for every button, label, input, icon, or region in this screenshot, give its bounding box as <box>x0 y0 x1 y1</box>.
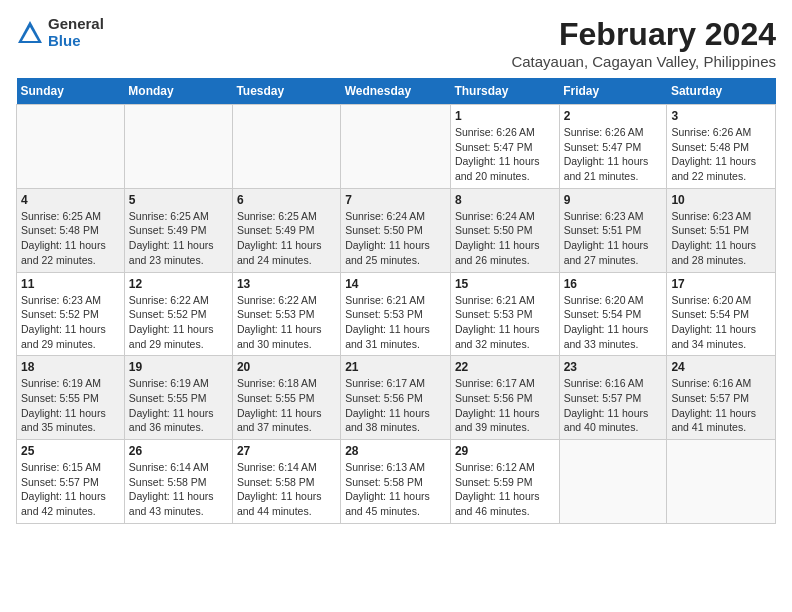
day-info: Sunrise: 6:13 AM Sunset: 5:58 PM Dayligh… <box>345 460 446 519</box>
calendar-cell: 8Sunrise: 6:24 AM Sunset: 5:50 PM Daylig… <box>450 188 559 272</box>
day-info: Sunrise: 6:16 AM Sunset: 5:57 PM Dayligh… <box>671 376 771 435</box>
day-number: 2 <box>564 109 663 123</box>
day-info: Sunrise: 6:26 AM Sunset: 5:48 PM Dayligh… <box>671 125 771 184</box>
calendar-cell <box>232 105 340 189</box>
day-number: 8 <box>455 193 555 207</box>
calendar-cell <box>17 105 125 189</box>
day-info: Sunrise: 6:14 AM Sunset: 5:58 PM Dayligh… <box>129 460 228 519</box>
calendar-cell: 19Sunrise: 6:19 AM Sunset: 5:55 PM Dayli… <box>124 356 232 440</box>
day-info: Sunrise: 6:25 AM Sunset: 5:48 PM Dayligh… <box>21 209 120 268</box>
day-number: 22 <box>455 360 555 374</box>
calendar-cell <box>124 105 232 189</box>
calendar-cell: 29Sunrise: 6:12 AM Sunset: 5:59 PM Dayli… <box>450 440 559 524</box>
day-number: 11 <box>21 277 120 291</box>
calendar-cell: 1Sunrise: 6:26 AM Sunset: 5:47 PM Daylig… <box>450 105 559 189</box>
main-title: February 2024 <box>511 16 776 53</box>
logo: General Blue <box>16 16 104 49</box>
day-number: 16 <box>564 277 663 291</box>
calendar-cell: 18Sunrise: 6:19 AM Sunset: 5:55 PM Dayli… <box>17 356 125 440</box>
logo-general-text: General <box>48 16 104 33</box>
logo-blue-text: Blue <box>48 33 104 50</box>
day-header-saturday: Saturday <box>667 78 776 105</box>
calendar-cell: 4Sunrise: 6:25 AM Sunset: 5:48 PM Daylig… <box>17 188 125 272</box>
day-number: 6 <box>237 193 336 207</box>
day-info: Sunrise: 6:26 AM Sunset: 5:47 PM Dayligh… <box>455 125 555 184</box>
calendar-cell <box>559 440 667 524</box>
day-info: Sunrise: 6:26 AM Sunset: 5:47 PM Dayligh… <box>564 125 663 184</box>
day-info: Sunrise: 6:19 AM Sunset: 5:55 PM Dayligh… <box>21 376 120 435</box>
day-number: 25 <box>21 444 120 458</box>
calendar-cell: 12Sunrise: 6:22 AM Sunset: 5:52 PM Dayli… <box>124 272 232 356</box>
calendar-cell: 11Sunrise: 6:23 AM Sunset: 5:52 PM Dayli… <box>17 272 125 356</box>
calendar-cell <box>341 105 451 189</box>
day-info: Sunrise: 6:16 AM Sunset: 5:57 PM Dayligh… <box>564 376 663 435</box>
day-number: 10 <box>671 193 771 207</box>
week-row-2: 4Sunrise: 6:25 AM Sunset: 5:48 PM Daylig… <box>17 188 776 272</box>
day-header-monday: Monday <box>124 78 232 105</box>
day-info: Sunrise: 6:23 AM Sunset: 5:51 PM Dayligh… <box>671 209 771 268</box>
logo-icon <box>16 19 44 47</box>
header: General Blue February 2024 Catayauan, Ca… <box>16 16 776 70</box>
calendar-cell: 14Sunrise: 6:21 AM Sunset: 5:53 PM Dayli… <box>341 272 451 356</box>
day-info: Sunrise: 6:25 AM Sunset: 5:49 PM Dayligh… <box>129 209 228 268</box>
day-info: Sunrise: 6:15 AM Sunset: 5:57 PM Dayligh… <box>21 460 120 519</box>
day-number: 5 <box>129 193 228 207</box>
week-row-5: 25Sunrise: 6:15 AM Sunset: 5:57 PM Dayli… <box>17 440 776 524</box>
day-number: 15 <box>455 277 555 291</box>
calendar-cell: 3Sunrise: 6:26 AM Sunset: 5:48 PM Daylig… <box>667 105 776 189</box>
day-number: 18 <box>21 360 120 374</box>
calendar-cell: 5Sunrise: 6:25 AM Sunset: 5:49 PM Daylig… <box>124 188 232 272</box>
calendar-cell: 10Sunrise: 6:23 AM Sunset: 5:51 PM Dayli… <box>667 188 776 272</box>
day-number: 7 <box>345 193 446 207</box>
calendar-cell <box>667 440 776 524</box>
day-number: 20 <box>237 360 336 374</box>
day-number: 1 <box>455 109 555 123</box>
day-header-friday: Friday <box>559 78 667 105</box>
day-info: Sunrise: 6:23 AM Sunset: 5:51 PM Dayligh… <box>564 209 663 268</box>
day-number: 13 <box>237 277 336 291</box>
calendar-cell: 9Sunrise: 6:23 AM Sunset: 5:51 PM Daylig… <box>559 188 667 272</box>
day-number: 3 <box>671 109 771 123</box>
day-info: Sunrise: 6:22 AM Sunset: 5:53 PM Dayligh… <box>237 293 336 352</box>
calendar-cell: 20Sunrise: 6:18 AM Sunset: 5:55 PM Dayli… <box>232 356 340 440</box>
calendar-table: SundayMondayTuesdayWednesdayThursdayFrid… <box>16 78 776 524</box>
day-info: Sunrise: 6:17 AM Sunset: 5:56 PM Dayligh… <box>455 376 555 435</box>
calendar-cell: 28Sunrise: 6:13 AM Sunset: 5:58 PM Dayli… <box>341 440 451 524</box>
calendar-cell: 22Sunrise: 6:17 AM Sunset: 5:56 PM Dayli… <box>450 356 559 440</box>
calendar-cell: 26Sunrise: 6:14 AM Sunset: 5:58 PM Dayli… <box>124 440 232 524</box>
day-header-tuesday: Tuesday <box>232 78 340 105</box>
calendar-cell: 23Sunrise: 6:16 AM Sunset: 5:57 PM Dayli… <box>559 356 667 440</box>
week-row-4: 18Sunrise: 6:19 AM Sunset: 5:55 PM Dayli… <box>17 356 776 440</box>
day-header-sunday: Sunday <box>17 78 125 105</box>
week-row-3: 11Sunrise: 6:23 AM Sunset: 5:52 PM Dayli… <box>17 272 776 356</box>
day-number: 17 <box>671 277 771 291</box>
day-number: 21 <box>345 360 446 374</box>
day-info: Sunrise: 6:20 AM Sunset: 5:54 PM Dayligh… <box>671 293 771 352</box>
calendar-cell: 25Sunrise: 6:15 AM Sunset: 5:57 PM Dayli… <box>17 440 125 524</box>
header-row: SundayMondayTuesdayWednesdayThursdayFrid… <box>17 78 776 105</box>
day-number: 14 <box>345 277 446 291</box>
day-number: 12 <box>129 277 228 291</box>
day-info: Sunrise: 6:18 AM Sunset: 5:55 PM Dayligh… <box>237 376 336 435</box>
day-number: 19 <box>129 360 228 374</box>
calendar-cell: 16Sunrise: 6:20 AM Sunset: 5:54 PM Dayli… <box>559 272 667 356</box>
title-area: February 2024 Catayauan, Cagayan Valley,… <box>511 16 776 70</box>
day-info: Sunrise: 6:24 AM Sunset: 5:50 PM Dayligh… <box>455 209 555 268</box>
day-info: Sunrise: 6:21 AM Sunset: 5:53 PM Dayligh… <box>345 293 446 352</box>
calendar-cell: 24Sunrise: 6:16 AM Sunset: 5:57 PM Dayli… <box>667 356 776 440</box>
calendar-cell: 21Sunrise: 6:17 AM Sunset: 5:56 PM Dayli… <box>341 356 451 440</box>
day-number: 4 <box>21 193 120 207</box>
calendar-cell: 6Sunrise: 6:25 AM Sunset: 5:49 PM Daylig… <box>232 188 340 272</box>
calendar-cell: 2Sunrise: 6:26 AM Sunset: 5:47 PM Daylig… <box>559 105 667 189</box>
calendar-cell: 7Sunrise: 6:24 AM Sunset: 5:50 PM Daylig… <box>341 188 451 272</box>
calendar-cell: 13Sunrise: 6:22 AM Sunset: 5:53 PM Dayli… <box>232 272 340 356</box>
logo-text: General Blue <box>48 16 104 49</box>
calendar-cell: 17Sunrise: 6:20 AM Sunset: 5:54 PM Dayli… <box>667 272 776 356</box>
day-info: Sunrise: 6:17 AM Sunset: 5:56 PM Dayligh… <box>345 376 446 435</box>
day-info: Sunrise: 6:25 AM Sunset: 5:49 PM Dayligh… <box>237 209 336 268</box>
day-info: Sunrise: 6:14 AM Sunset: 5:58 PM Dayligh… <box>237 460 336 519</box>
day-number: 23 <box>564 360 663 374</box>
day-info: Sunrise: 6:12 AM Sunset: 5:59 PM Dayligh… <box>455 460 555 519</box>
day-number: 28 <box>345 444 446 458</box>
day-info: Sunrise: 6:20 AM Sunset: 5:54 PM Dayligh… <box>564 293 663 352</box>
